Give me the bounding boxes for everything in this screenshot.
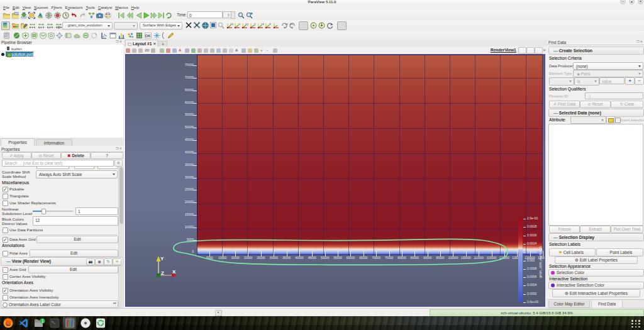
svg-text:+y: +y	[245, 23, 248, 26]
svg-text:Y: Y	[160, 256, 164, 261]
svg-text:+z: +z	[261, 23, 264, 26]
svg-text:X: X	[172, 269, 176, 275]
svg-text:-x: -x	[238, 23, 240, 26]
svg-text:-z: -z	[269, 23, 271, 26]
svg-text:1: 1	[42, 319, 44, 323]
svg-text:+90: +90	[285, 23, 288, 26]
svg-text:c: c	[48, 26, 50, 29]
svg-text:-90: -90	[289, 23, 294, 26]
svg-text:Z: Z	[161, 270, 164, 276]
svg-text:-y: -y	[253, 23, 256, 26]
svg-text:>_: >_	[52, 320, 55, 324]
svg-text:OK: OK	[145, 34, 152, 38]
svg-text:+x: +x	[230, 23, 233, 26]
